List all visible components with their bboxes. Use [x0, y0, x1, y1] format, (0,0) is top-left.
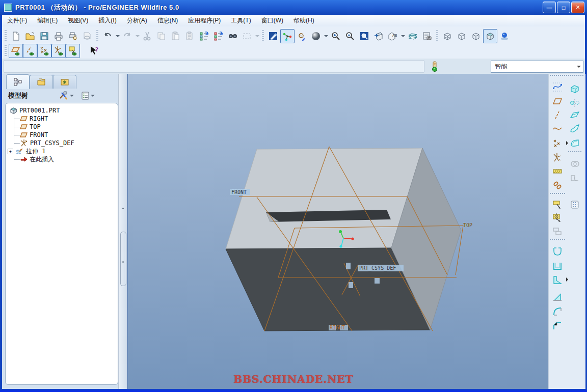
view-manager-icon[interactable] — [420, 29, 434, 43]
regenerate-icon[interactable] — [197, 29, 211, 43]
menu-window[interactable]: 窗口(W) — [256, 15, 288, 26]
annotation-display-toggle[interactable] — [66, 44, 80, 58]
shell-tool[interactable] — [551, 259, 564, 272]
datum-curve-tool[interactable] — [551, 122, 564, 135]
orient-face-icon[interactable] — [371, 29, 386, 43]
tree-settings-button[interactable] — [82, 89, 95, 102]
tree-row-csys[interactable]: PRT_CSYS_DEF — [20, 139, 74, 147]
tree-row-part[interactable]: PRT0001.PRT — [10, 106, 60, 115]
paste-special-icon[interactable] — [183, 29, 197, 43]
right-datum-label[interactable]: RIGHT — [330, 325, 345, 330]
merge-tool[interactable] — [568, 157, 581, 171]
layers-icon[interactable] — [406, 29, 420, 43]
menu-info[interactable]: 信息(N) — [152, 15, 183, 26]
chamfer-tool[interactable] — [551, 319, 564, 332]
paste-icon[interactable] — [169, 29, 183, 43]
shade-icon[interactable] — [309, 29, 323, 43]
print-icon[interactable] — [51, 29, 66, 43]
boundary-blend-tool[interactable] — [568, 136, 581, 150]
extrude-tool[interactable] — [551, 198, 564, 211]
context-help-icon[interactable]: ? — [87, 44, 101, 58]
refit-icon[interactable] — [357, 29, 371, 43]
copy-geometry-tool[interactable] — [551, 179, 564, 192]
trim-tool[interactable] — [568, 171, 581, 184]
datum-csys-tool[interactable] — [551, 151, 564, 164]
point-display-toggle[interactable] — [37, 44, 51, 58]
selection-filter-combo[interactable]: 智能 — [491, 61, 583, 73]
copy-icon[interactable] — [154, 29, 169, 43]
datum-plane-tool[interactable] — [551, 95, 564, 108]
menu-help[interactable]: 帮助(H) — [288, 15, 319, 26]
title-bar[interactable]: PRT0001 （活动的） - Pro/ENGINEER Wildfire 5.… — [0, 0, 587, 15]
favorites-tab[interactable] — [53, 75, 76, 89]
shade-dropdown[interactable] — [323, 30, 329, 43]
csys-display-toggle[interactable] — [51, 44, 66, 58]
redo-dropdown[interactable] — [135, 30, 140, 43]
expander-icon[interactable]: + — [8, 149, 13, 154]
custom-regenerate-icon[interactable] — [211, 29, 226, 43]
graphics-viewport[interactable]: FRONT TOP PRT_CSYS_DEF RIGHT BBS.CHINADE… — [127, 74, 549, 389]
menu-applications[interactable]: 应用程序(P) — [183, 15, 226, 26]
print-setup-icon[interactable] — [66, 29, 80, 43]
redo-icon[interactable] — [120, 29, 135, 43]
select-dropdown[interactable] — [254, 30, 260, 43]
toolbar-grip[interactable] — [5, 30, 7, 42]
round-tool[interactable] — [551, 305, 564, 318]
spin-center-icon[interactable] — [280, 29, 295, 43]
sketch-tool[interactable] — [551, 80, 564, 94]
zoom-in-icon[interactable] — [329, 29, 343, 43]
email-link-icon[interactable] — [80, 29, 94, 43]
viewport-canvas[interactable]: FRONT TOP PRT_CSYS_DEF RIGHT — [128, 74, 549, 389]
navigator-sash[interactable] — [118, 74, 128, 389]
named-views-icon[interactable]: AB — [386, 29, 400, 43]
tree-row-right[interactable]: RIGHT — [20, 115, 48, 123]
find-icon[interactable] — [226, 29, 240, 43]
tree-row-top[interactable]: TOP — [20, 123, 41, 131]
save-icon[interactable] — [37, 29, 51, 43]
draft-tool[interactable] — [551, 290, 564, 303]
plane-display-toggle[interactable] — [9, 44, 23, 58]
folder-browser-tab[interactable] — [30, 75, 53, 89]
orient-mode-icon[interactable] — [295, 29, 309, 43]
no-hidden-icon[interactable] — [469, 29, 483, 43]
menu-tools[interactable]: 工具(T) — [226, 15, 256, 26]
menu-analysis[interactable]: 分析(A) — [122, 15, 152, 26]
named-views-dropdown[interactable] — [400, 30, 406, 43]
axis-display-toggle[interactable] — [23, 44, 37, 58]
menu-view[interactable]: 视图(V) — [63, 15, 93, 26]
regeneration-status-icon[interactable] — [429, 61, 440, 72]
close-button[interactable]: ✕ — [571, 2, 584, 13]
undo-dropdown[interactable] — [115, 30, 120, 43]
cut-icon[interactable] — [140, 29, 154, 43]
select-box-icon[interactable] — [240, 29, 254, 43]
enhanced-realism-icon[interactable] — [497, 29, 512, 43]
model-tree-tab[interactable] — [6, 74, 30, 89]
datum-axis-tool[interactable] — [551, 108, 564, 122]
menu-edit[interactable]: 编辑(E) — [32, 15, 63, 26]
menu-file[interactable]: 文件(F) — [2, 15, 32, 26]
wireframe-icon[interactable] — [440, 29, 455, 43]
hole-tool[interactable] — [551, 245, 564, 258]
front-datum-label[interactable]: FRONT — [231, 189, 247, 195]
repaint-icon[interactable] — [266, 29, 280, 43]
swept-blend-tool[interactable] — [568, 122, 581, 135]
chevron-down-icon[interactable] — [574, 61, 583, 72]
tree-row-insert-here[interactable]: 在此插入 — [20, 155, 54, 163]
fill-tool[interactable] — [551, 164, 564, 178]
menu-insert[interactable]: 插入(I) — [93, 15, 121, 26]
minimize-button[interactable]: — — [543, 2, 556, 13]
solidify-tool[interactable] — [568, 82, 581, 95]
open-icon[interactable] — [23, 29, 37, 43]
sash-handle[interactable] — [120, 232, 126, 286]
revolve-tool[interactable] — [551, 211, 564, 225]
tree-row-extrude[interactable]: + 拉伸 1 — [8, 147, 45, 155]
top-datum-label[interactable]: TOP — [463, 222, 472, 228]
undo-icon[interactable] — [100, 29, 115, 43]
datum-point-tool[interactable] — [551, 136, 564, 150]
rib-tool[interactable] — [551, 273, 564, 287]
csys-datum-label[interactable]: PRT_CSYS_DEF — [359, 265, 396, 271]
sweep-tool[interactable] — [568, 108, 581, 122]
hidden-line-icon[interactable] — [455, 29, 469, 43]
tree-tools-button[interactable] — [59, 89, 74, 102]
new-file-icon[interactable] — [9, 29, 23, 43]
